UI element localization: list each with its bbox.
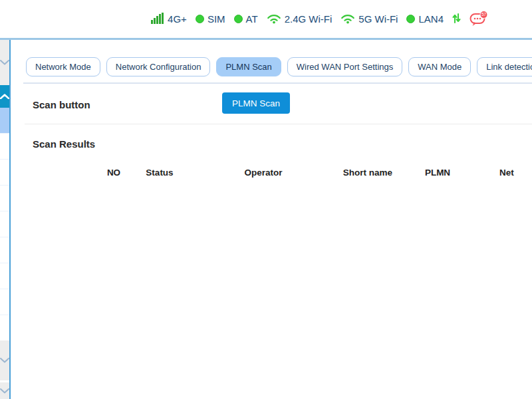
messages-button[interactable]: 57 <box>469 11 488 28</box>
settings-tab-bar: Network Mode Network Configuration PLMN … <box>26 57 532 76</box>
tab-wan-mode[interactable]: WAN Mode <box>408 57 471 76</box>
chevron-up-icon <box>0 94 9 99</box>
at-status-dot-icon <box>234 15 243 23</box>
wifi-5g-label: 5G Wi-Fi <box>358 13 398 25</box>
message-count-badge: 57 <box>481 12 487 17</box>
wifi-24g-label: 2.4G Wi-Fi <box>285 13 332 25</box>
sidebar-nav <box>0 40 11 399</box>
sidebar-item[interactable] <box>0 133 9 159</box>
tab-plmn-scan[interactable]: PLMN Scan <box>216 57 281 76</box>
sidebar-item[interactable] <box>0 185 9 211</box>
sidebar-group-collapsed-1[interactable] <box>0 40 9 85</box>
column-header-short-name: Short name <box>343 168 392 178</box>
sim-status-dot-icon <box>196 15 204 23</box>
status-wifi-5g: 5G Wi-Fi <box>340 13 398 26</box>
sidebar-item[interactable] <box>0 263 9 289</box>
status-bar: 4G+ SIM AT 2.4G Wi-Fi 5G Wi-Fi <box>0 0 532 38</box>
sidebar-item[interactable] <box>0 159 9 185</box>
status-sim: SIM <box>196 13 225 25</box>
at-label: AT <box>246 13 258 25</box>
sidebar-group-collapsed-2[interactable] <box>0 340 9 380</box>
sidebar-item[interactable] <box>0 211 9 237</box>
tab-link-detection[interactable]: Link detection <box>477 57 532 76</box>
tab-wired-wan-port-settings[interactable]: Wired WAN Port Settings <box>287 57 402 76</box>
sidebar-group-expanded[interactable] <box>0 85 9 108</box>
tab-network-configuration[interactable]: Network Configuration <box>106 57 211 76</box>
column-header-status: Status <box>146 168 173 178</box>
sidebar-item[interactable] <box>0 315 9 340</box>
status-traffic <box>452 13 461 26</box>
sidebar-item[interactable] <box>0 237 9 263</box>
network-mode-label: 4G+ <box>168 13 187 25</box>
chevron-down-icon <box>0 358 9 363</box>
plmn-scan-button[interactable]: PLMN Scan <box>222 92 290 114</box>
sidebar-item-selected[interactable] <box>0 108 9 133</box>
scan-results-title: Scan Results <box>33 138 532 150</box>
scan-results-header-row: NO Status Operator Short name PLMN Net <box>11 168 532 180</box>
column-header-no: NO <box>107 168 120 178</box>
column-header-operator: Operator <box>244 168 282 178</box>
chevron-down-icon <box>0 388 9 394</box>
scan-button-row: Scan button PLMN Scan <box>33 92 532 116</box>
wifi-icon <box>340 13 355 26</box>
column-header-network-type: Net <box>499 168 514 178</box>
status-network: 4G+ <box>151 13 187 26</box>
sidebar-group-collapsed-3[interactable] <box>0 382 9 399</box>
status-at: AT <box>234 13 258 25</box>
scan-button-row-label: Scan button <box>33 99 90 110</box>
lan-status-dot-icon <box>406 15 415 23</box>
sidebar-item[interactable] <box>0 289 9 315</box>
tab-network-mode[interactable]: Network Mode <box>26 57 100 76</box>
status-lan: LAN4 <box>406 13 444 25</box>
main-panel: Network Mode Network Configuration PLMN … <box>11 40 532 399</box>
lan-label: LAN4 <box>418 13 444 25</box>
status-wifi-24g: 2.4G Wi-Fi <box>267 13 332 26</box>
tab-bar-divider <box>23 82 532 84</box>
signal-bars-icon <box>151 13 164 26</box>
column-header-plmn: PLMN <box>425 168 450 178</box>
sim-label: SIM <box>207 13 225 25</box>
transfer-arrows-icon <box>452 13 461 26</box>
section-divider <box>25 124 532 124</box>
chevron-down-icon <box>0 60 9 65</box>
wifi-icon <box>267 13 281 26</box>
